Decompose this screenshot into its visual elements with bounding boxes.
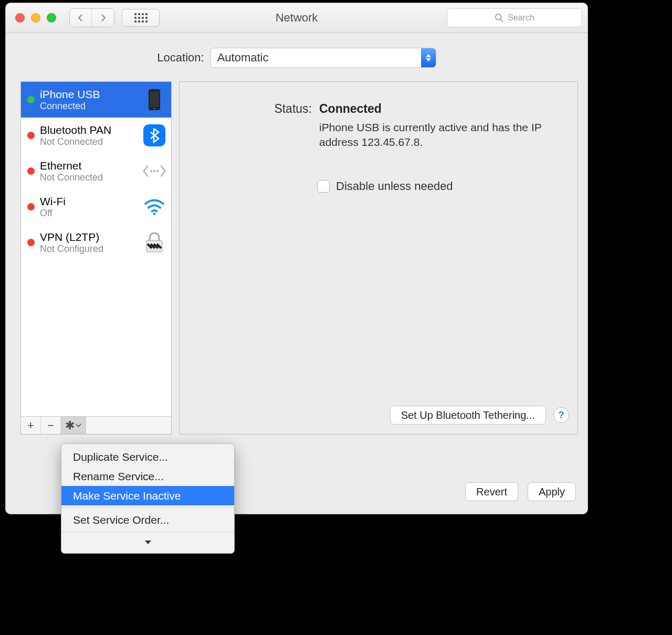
bluetooth-icon bbox=[143, 124, 166, 147]
service-status: Connected bbox=[40, 101, 138, 112]
wifi-icon bbox=[143, 195, 166, 218]
show-all-button[interactable] bbox=[122, 9, 160, 27]
help-button[interactable]: ? bbox=[553, 407, 569, 423]
menu-separator bbox=[61, 532, 234, 532]
status-description: iPhone USB is currently active and has t… bbox=[319, 120, 566, 150]
plus-icon: + bbox=[27, 419, 34, 432]
forward-button[interactable] bbox=[92, 9, 114, 27]
menu-rename-service[interactable]: Rename Service... bbox=[61, 467, 234, 486]
close-button[interactable] bbox=[15, 13, 25, 23]
menu-more-indicator[interactable] bbox=[61, 534, 234, 550]
service-list: iPhone USB Connected Bluetooth PAN Not C… bbox=[21, 82, 171, 416]
service-name: Ethernet bbox=[40, 159, 138, 172]
service-status: Not Configured bbox=[40, 244, 138, 255]
lock-icon bbox=[143, 231, 166, 254]
svg-point-9 bbox=[153, 213, 156, 215]
menu-separator bbox=[61, 507, 234, 508]
svg-rect-3 bbox=[150, 91, 159, 107]
chevron-left-icon bbox=[77, 14, 85, 22]
svg-line-1 bbox=[501, 19, 503, 22]
status-dot-icon bbox=[27, 132, 35, 139]
menu-duplicate-service[interactable]: Duplicate Service... bbox=[61, 447, 234, 467]
status-dot-icon bbox=[27, 96, 35, 103]
setup-bluetooth-button[interactable]: Set Up Bluetooth Tethering... bbox=[390, 406, 546, 425]
disable-checkbox-label: Disable unless needed bbox=[336, 179, 453, 193]
svg-point-4 bbox=[153, 108, 155, 110]
zoom-button[interactable] bbox=[47, 13, 56, 23]
svg-point-7 bbox=[153, 170, 155, 172]
revert-button[interactable]: Revert bbox=[465, 482, 518, 501]
phone-icon bbox=[143, 88, 166, 111]
ethernet-icon bbox=[143, 160, 166, 183]
service-item-wifi[interactable]: Wi-Fi Off bbox=[21, 189, 171, 225]
back-button[interactable] bbox=[70, 9, 92, 27]
status-dot-icon bbox=[27, 203, 35, 210]
service-actions-menu: Duplicate Service... Rename Service... M… bbox=[61, 443, 235, 554]
service-status: Off bbox=[40, 208, 138, 219]
search-placeholder: Search bbox=[508, 13, 534, 23]
titlebar: Network Search bbox=[6, 3, 587, 33]
svg-point-0 bbox=[496, 14, 501, 20]
service-name: VPN (L2TP) bbox=[40, 230, 138, 244]
service-status: Not Connected bbox=[40, 172, 138, 184]
disable-checkbox[interactable] bbox=[317, 180, 330, 193]
chevron-right-icon bbox=[99, 14, 107, 22]
location-label: Location: bbox=[157, 51, 204, 65]
add-service-button[interactable]: + bbox=[21, 417, 41, 434]
minimize-button[interactable] bbox=[31, 13, 40, 23]
nav-buttons bbox=[69, 8, 114, 27]
search-icon bbox=[495, 13, 504, 23]
service-name: Wi-Fi bbox=[40, 195, 138, 208]
triangle-down-icon bbox=[144, 540, 152, 545]
stepper-arrows-icon bbox=[421, 48, 436, 67]
services-sidebar: iPhone USB Connected Bluetooth PAN Not C… bbox=[20, 81, 172, 435]
sidebar-footer: + − ✱ bbox=[21, 416, 171, 434]
grid-icon bbox=[134, 13, 148, 23]
location-value: Automatic bbox=[217, 51, 269, 65]
detail-pane: Status: Connected iPhone USB is currentl… bbox=[179, 81, 578, 435]
status-label: Status: bbox=[270, 102, 312, 116]
svg-point-8 bbox=[156, 170, 159, 172]
search-field[interactable]: Search bbox=[447, 8, 582, 27]
chevron-down-icon bbox=[76, 424, 81, 427]
status-value: Connected bbox=[319, 102, 382, 116]
gear-icon: ✱ bbox=[65, 419, 75, 432]
network-prefs-window: Network Search Location: Automatic iPhon… bbox=[5, 3, 588, 514]
location-row: Location: Automatic bbox=[6, 48, 587, 68]
menu-set-service-order[interactable]: Set Service Order... bbox=[61, 510, 234, 530]
minus-icon: − bbox=[47, 419, 54, 432]
service-name: iPhone USB bbox=[40, 88, 138, 101]
service-name: Bluetooth PAN bbox=[40, 123, 138, 136]
service-actions-button[interactable]: ✱ bbox=[61, 417, 86, 434]
question-icon: ? bbox=[559, 410, 564, 421]
svg-point-6 bbox=[150, 170, 152, 172]
service-item-iphone-usb[interactable]: iPhone USB Connected bbox=[21, 82, 171, 118]
traffic-lights bbox=[15, 13, 56, 23]
status-dot-icon bbox=[27, 167, 35, 175]
apply-button[interactable]: Apply bbox=[528, 482, 576, 501]
disable-checkbox-row: Disable unless needed bbox=[317, 179, 566, 193]
remove-service-button[interactable]: − bbox=[41, 417, 61, 434]
location-select[interactable]: Automatic bbox=[211, 48, 436, 68]
menu-make-inactive[interactable]: Make Service Inactive bbox=[61, 486, 234, 505]
service-item-ethernet[interactable]: Ethernet Not Connected bbox=[21, 153, 171, 189]
service-item-vpn[interactable]: VPN (L2TP) Not Configured bbox=[21, 225, 171, 260]
service-item-bluetooth-pan[interactable]: Bluetooth PAN Not Connected bbox=[21, 118, 171, 153]
status-dot-icon bbox=[27, 239, 35, 246]
content-area: iPhone USB Connected Bluetooth PAN Not C… bbox=[6, 68, 587, 435]
service-status: Not Connected bbox=[40, 136, 138, 148]
